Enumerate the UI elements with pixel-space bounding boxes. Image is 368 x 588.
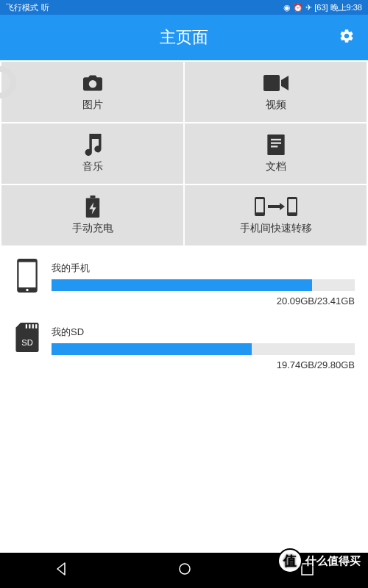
svg-rect-4 bbox=[271, 143, 281, 144]
svg-rect-18 bbox=[29, 324, 30, 329]
svg-rect-6 bbox=[90, 196, 95, 198]
sd-storage-label: 我的SD bbox=[52, 326, 355, 339]
sd-storage-text: 19.74GB/29.80GB bbox=[52, 359, 355, 370]
app-bar: 主页面 bbox=[0, 15, 368, 60]
video-tile[interactable]: 视频 bbox=[185, 62, 367, 122]
svg-rect-12 bbox=[268, 205, 280, 208]
svg-rect-19 bbox=[32, 324, 34, 329]
doc-label: 文档 bbox=[266, 160, 286, 173]
svg-rect-1 bbox=[263, 75, 280, 91]
page-title: 主页面 bbox=[160, 26, 208, 49]
phone-progress-bar bbox=[52, 279, 355, 291]
transfer-tile[interactable]: 手机间快速转移 bbox=[185, 185, 367, 245]
svg-text:SD: SD bbox=[21, 338, 32, 347]
svg-rect-14 bbox=[19, 262, 36, 288]
video-label: 视频 bbox=[266, 98, 286, 112]
airplane-icon: ✈ bbox=[305, 3, 312, 12]
svg-rect-9 bbox=[256, 199, 263, 212]
doc-tile[interactable]: 文档 bbox=[185, 123, 367, 184]
svg-rect-3 bbox=[271, 139, 281, 140]
main-content: 图片 视频 音乐 文档 手动充电 手机间快速转移 我的手机 bbox=[0, 60, 368, 553]
photo-tile[interactable]: 图片 bbox=[1, 62, 183, 122]
settings-button[interactable] bbox=[339, 28, 355, 47]
phone-icon bbox=[13, 259, 41, 293]
battery-indicator: [63] bbox=[314, 3, 328, 12]
battery-charge-icon bbox=[85, 196, 100, 218]
svg-point-15 bbox=[26, 289, 28, 291]
photo-label: 图片 bbox=[82, 98, 103, 112]
sd-storage-row[interactable]: SD 我的SD 19.74GB/29.80GB bbox=[13, 326, 355, 370]
category-grid: 图片 视频 音乐 文档 手动充电 手机间快速转移 bbox=[0, 60, 368, 247]
storage-section: 我的手机 20.09GB/23.41GB SD 我的SD 19.74GB/29.… bbox=[0, 247, 368, 370]
camera-icon bbox=[81, 72, 105, 94]
phone-storage-row[interactable]: 我的手机 20.09GB/23.41GB bbox=[13, 262, 355, 306]
svg-point-0 bbox=[88, 80, 96, 87]
svg-rect-2 bbox=[267, 135, 284, 155]
phone-storage-text: 20.09GB/23.41GB bbox=[52, 295, 355, 306]
music-tile[interactable]: 音乐 bbox=[1, 123, 183, 184]
phone-transfer-icon bbox=[255, 196, 297, 218]
watermark-text: 什么值得买 bbox=[305, 554, 361, 568]
svg-rect-17 bbox=[26, 324, 27, 329]
svg-rect-11 bbox=[289, 199, 296, 212]
watermark: 值 什么值得买 bbox=[277, 548, 361, 573]
sd-card-icon: SD bbox=[13, 323, 41, 356]
video-icon bbox=[263, 72, 289, 94]
flight-mode-label: 飞行模式 bbox=[6, 2, 38, 13]
svg-rect-20 bbox=[35, 324, 37, 329]
watermark-badge: 值 bbox=[277, 548, 302, 573]
home-button[interactable] bbox=[178, 562, 191, 578]
charge-label: 手动充电 bbox=[72, 222, 113, 235]
eye-icon: ◉ bbox=[283, 3, 291, 12]
transfer-label: 手机间快速转移 bbox=[240, 222, 312, 235]
svg-point-21 bbox=[180, 564, 190, 574]
phone-storage-label: 我的手机 bbox=[52, 262, 355, 275]
sd-progress-bar bbox=[52, 343, 355, 355]
music-icon bbox=[82, 134, 103, 156]
document-icon bbox=[267, 134, 285, 156]
status-bar: 飞行模式 听 ◉ ⏰ ✈ [63] 晚上9:38 bbox=[0, 0, 368, 15]
clock: 晚上9:38 bbox=[330, 2, 362, 13]
back-button[interactable] bbox=[54, 562, 69, 579]
listen-indicator: 听 bbox=[41, 2, 49, 13]
charge-tile[interactable]: 手动充电 bbox=[1, 185, 183, 245]
phone-progress-fill bbox=[52, 279, 312, 291]
alarm-icon: ⏰ bbox=[293, 3, 303, 12]
gear-icon bbox=[339, 28, 355, 44]
music-label: 音乐 bbox=[82, 160, 103, 173]
sd-progress-fill bbox=[52, 343, 252, 355]
svg-rect-5 bbox=[271, 146, 277, 147]
